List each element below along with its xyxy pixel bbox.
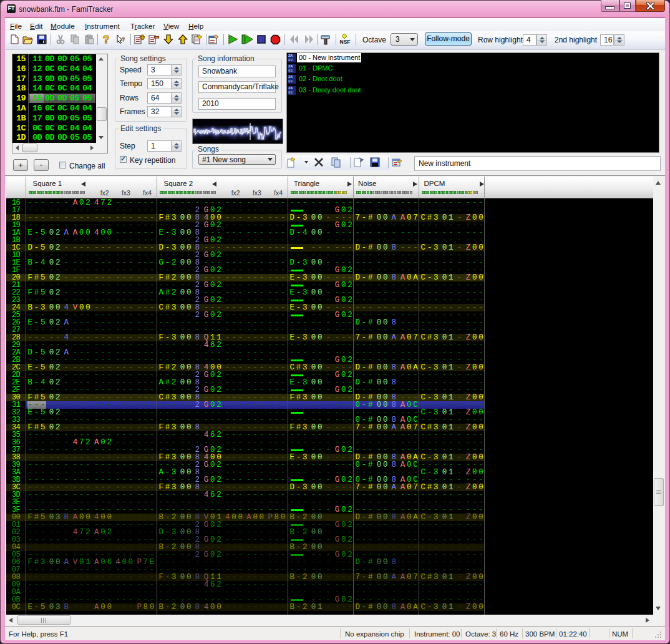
svg-text:NSF: NSF [340,39,351,45]
svg-text:?: ? [122,36,125,42]
svg-text:?: ? [103,34,109,45]
